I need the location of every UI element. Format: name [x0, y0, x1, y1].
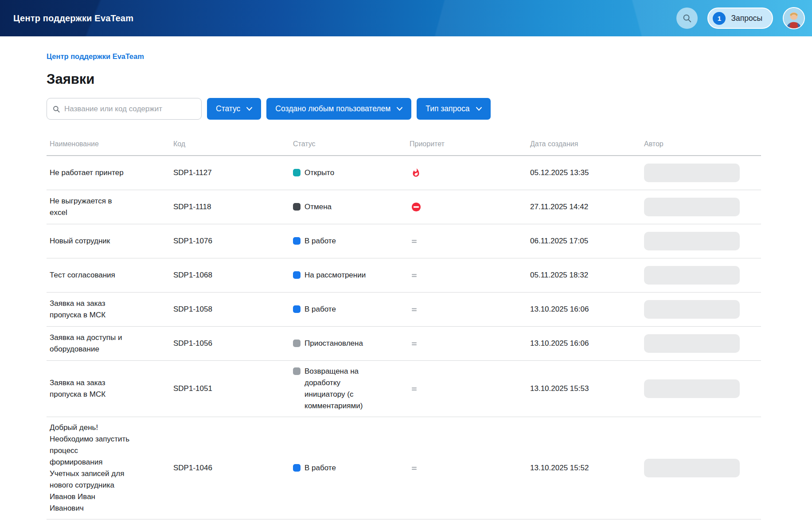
search-icon	[52, 105, 60, 113]
status-label: Открыто	[304, 167, 334, 179]
status-indicator	[293, 169, 301, 176]
header-actions: 1 Запросы	[676, 7, 805, 29]
avatar[interactable]	[783, 7, 805, 29]
status-cell: В работе	[293, 304, 410, 315]
author-cell	[644, 266, 761, 285]
request-code: SDP1-1051	[173, 383, 293, 394]
author-cell	[644, 334, 761, 353]
request-created: 06.11.2025 17:05	[530, 235, 644, 247]
priority-cell	[410, 273, 530, 278]
main-content: Центр поддержки EvaTeam Заявки Статус Со…	[47, 36, 761, 519]
request-code: SDP1-1076	[173, 235, 293, 247]
user-photo	[784, 8, 804, 28]
request-code: SDP1-1127	[173, 167, 293, 179]
status-label: В работе	[304, 462, 336, 474]
table-row[interactable]: Заявка на заказ пропуска в МСК SDP1-1051…	[47, 361, 761, 417]
filter-creator-label: Создано любым пользователем	[275, 104, 390, 113]
request-name: Добрый день! Необходимо запустить процес…	[50, 422, 130, 514]
column-header: Дата создания	[530, 140, 644, 148]
author-skeleton	[644, 379, 740, 398]
no-entry-icon	[411, 202, 421, 212]
request-created: 27.11.2025 14:42	[530, 201, 644, 213]
page-title: Заявки	[47, 71, 761, 87]
status-label: В работе	[304, 235, 336, 247]
status-cell: В работе	[293, 235, 410, 247]
filter-creator-button[interactable]: Создано любым пользователем	[266, 98, 411, 120]
column-header: Код	[173, 140, 293, 148]
requests-table: НаименованиеКодСтатусПриоритетДата созда…	[47, 126, 761, 519]
request-created: 05.12.2025 13:35	[530, 167, 644, 179]
table-row[interactable]: Тест согласования SDP1-1068 На рассмотре…	[47, 258, 761, 293]
filter-status-button[interactable]: Статус	[207, 98, 261, 120]
column-header: Наименование	[47, 140, 173, 148]
status-label: В работе	[304, 304, 336, 315]
breadcrumb[interactable]: Центр поддержки EvaTeam	[47, 52, 144, 61]
request-name: Заявка на доступы и оборудование	[50, 332, 130, 355]
author-skeleton	[644, 164, 740, 182]
column-header: Приоритет	[410, 140, 530, 148]
request-name: Новый сотрудник	[50, 235, 110, 247]
equals-icon	[411, 307, 417, 312]
status-indicator	[293, 464, 301, 472]
request-code: SDP1-1118	[173, 201, 293, 213]
column-header: Статус	[293, 140, 410, 148]
table-row[interactable]: Не выгружается в excel SDP1-1118 Отмена …	[47, 190, 761, 224]
request-code: SDP1-1068	[173, 269, 293, 281]
request-created: 13.10.2025 15:53	[530, 383, 644, 394]
table-row[interactable]: Добрый день! Необходимо запустить процес…	[47, 417, 761, 519]
app-header: Центр поддержки EvaTeam 1 Запросы	[0, 0, 812, 36]
priority-cell	[410, 202, 530, 212]
equals-icon	[411, 341, 417, 346]
table-row[interactable]: Заявка на доступы и оборудование SDP1-10…	[47, 327, 761, 361]
status-indicator	[293, 203, 301, 211]
table-row[interactable]: Новый сотрудник SDP1-1076 В работе 06.11…	[47, 224, 761, 258]
chevron-down-icon	[397, 107, 402, 111]
search-icon	[682, 13, 692, 23]
column-header: Автор	[644, 140, 761, 148]
request-created: 13.10.2025 16:06	[530, 304, 644, 315]
author-cell	[644, 232, 761, 250]
request-name: Заявка на заказ пропуска в МСК	[50, 377, 130, 400]
author-cell	[644, 198, 761, 216]
author-skeleton	[644, 334, 740, 353]
author-skeleton	[644, 300, 740, 319]
request-created: 13.10.2025 16:06	[530, 338, 644, 349]
request-name: Тест согласования	[50, 269, 115, 281]
request-name: Заявка на заказ пропуска в МСК	[50, 298, 130, 321]
status-label: Отмена	[304, 201, 332, 213]
status-indicator	[293, 271, 301, 279]
status-cell: Отмена	[293, 201, 410, 213]
header-search-button[interactable]	[676, 8, 698, 29]
author-cell	[644, 300, 761, 319]
status-cell: В работе	[293, 462, 410, 474]
status-cell: На рассмотрении	[293, 269, 410, 281]
status-indicator	[293, 367, 301, 375]
request-code: SDP1-1056	[173, 338, 293, 349]
chevron-down-icon	[246, 107, 252, 111]
request-created: 05.11.2025 18:32	[530, 269, 644, 281]
status-cell: Открыто	[293, 167, 410, 179]
equals-icon	[411, 387, 417, 391]
author-cell	[644, 459, 761, 477]
status-indicator	[293, 305, 301, 313]
requests-button[interactable]: 1 Запросы	[707, 8, 773, 29]
search-input[interactable]	[64, 105, 196, 113]
table-row[interactable]: Не работает принтер SDP1-1127 Открыто 05…	[47, 156, 761, 190]
search-input-wrapper	[47, 98, 202, 120]
priority-cell	[410, 168, 530, 178]
flame-icon	[411, 168, 421, 178]
priority-cell	[410, 466, 530, 471]
author-skeleton	[644, 232, 740, 250]
request-name: Не выгружается в excel	[50, 195, 130, 219]
filter-request-type-label: Тип запроса	[426, 104, 469, 113]
status-label: На рассмотрении	[304, 269, 366, 281]
filter-bar: Статус Создано любым пользователем Тип з…	[47, 98, 761, 120]
author-cell	[644, 379, 761, 398]
status-cell: Приостановлена	[293, 338, 410, 349]
table-row[interactable]: Заявка на заказ пропуска в МСК SDP1-1058…	[47, 293, 761, 327]
author-skeleton	[644, 266, 740, 285]
filter-request-type-button[interactable]: Тип запроса	[417, 98, 490, 120]
requests-count-badge: 1	[713, 12, 726, 25]
filter-status-label: Статус	[216, 104, 240, 113]
status-indicator	[293, 340, 301, 347]
